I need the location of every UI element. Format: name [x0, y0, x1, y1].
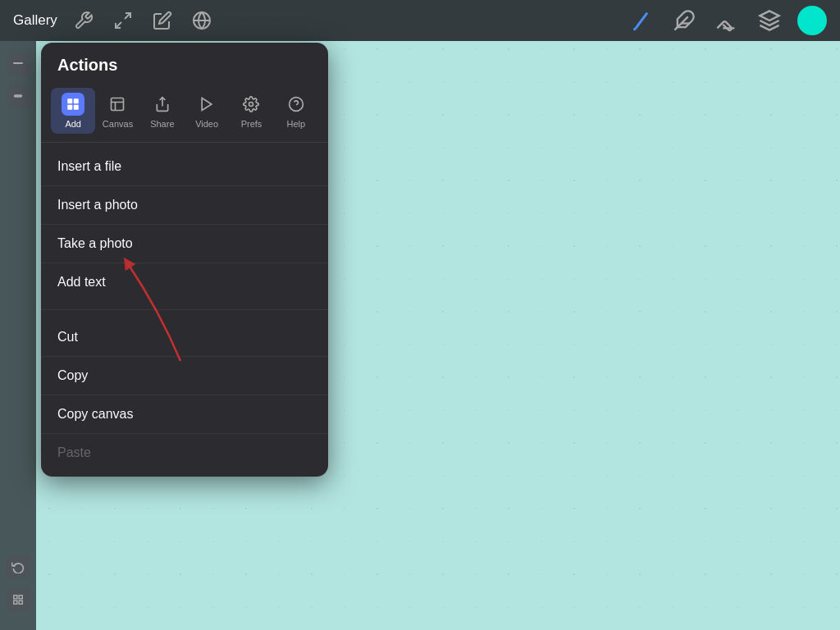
eraser-tool-icon[interactable] [712, 6, 742, 35]
svg-line-0 [125, 13, 130, 19]
tab-video-label: Video [195, 119, 218, 129]
sidebar-undo[interactable] [6, 555, 30, 579]
svg-rect-17 [67, 105, 72, 110]
share-tab-icon [151, 93, 174, 116]
transform-icon[interactable] [189, 7, 215, 34]
tab-share[interactable]: Share [140, 88, 185, 134]
tab-prefs-label: Prefs [241, 119, 262, 129]
actions-title: Actions [41, 43, 328, 83]
user-avatar[interactable] [797, 6, 827, 35]
svg-rect-10 [14, 94, 23, 98]
tab-canvas[interactable]: Canvas [95, 88, 139, 134]
sidebar-bottom [6, 555, 30, 620]
pencil-tool-icon[interactable] [627, 6, 656, 35]
svg-rect-15 [67, 98, 72, 103]
tab-canvas-label: Canvas [103, 119, 133, 129]
svg-point-22 [249, 103, 253, 107]
left-sidebar [0, 41, 36, 630]
tab-help[interactable]: Help [274, 88, 318, 134]
canvas-tab-icon [106, 93, 129, 116]
menu-cut[interactable]: Cut [41, 318, 328, 357]
wrench-icon[interactable] [71, 7, 97, 34]
menu-insert-photo[interactable]: Insert a photo [41, 186, 328, 225]
svg-marker-21 [202, 98, 212, 111]
svg-rect-19 [112, 98, 124, 111]
tab-add[interactable]: Add [51, 88, 95, 134]
svg-rect-16 [74, 98, 79, 103]
tab-share-label: Share [150, 119, 174, 129]
svg-rect-12 [19, 596, 22, 599]
menu-insert-file[interactable]: Insert a file [41, 148, 328, 186]
sidebar-grid[interactable] [6, 587, 30, 612]
svg-rect-14 [14, 600, 17, 604]
menu-copy[interactable]: Copy [41, 357, 328, 395]
help-tab-icon [285, 93, 308, 116]
modify-icon[interactable] [110, 7, 136, 34]
svg-rect-18 [74, 105, 79, 110]
svg-line-4 [636, 13, 647, 29]
svg-marker-8 [760, 11, 778, 21]
gallery-button[interactable]: Gallery [13, 12, 57, 29]
menu-copy-canvas[interactable]: Copy canvas [41, 395, 328, 434]
menu-add-text[interactable]: Add text [41, 263, 328, 301]
toolbar-right [627, 6, 827, 35]
svg-line-5 [634, 28, 636, 30]
svg-line-1 [116, 22, 121, 28]
svg-rect-9 [13, 62, 23, 64]
menu-take-photo[interactable]: Take a photo [41, 225, 328, 263]
menu-section-clipboard: Cut Copy Copy canvas Paste [41, 313, 328, 477]
prefs-tab-icon [240, 93, 262, 116]
tab-help-label: Help [286, 119, 305, 129]
tab-add-label: Add [65, 119, 81, 129]
smudge-tool-icon[interactable] [669, 6, 699, 35]
menu-divider [41, 309, 328, 310]
video-tab-icon [195, 93, 218, 116]
svg-rect-13 [19, 600, 22, 604]
top-toolbar: Gallery [0, 0, 840, 41]
actions-popup: Actions Add Ca [41, 43, 328, 477]
sidebar-brush-size[interactable] [6, 51, 30, 75]
tab-prefs[interactable]: Prefs [229, 88, 273, 134]
sidebar-opacity[interactable] [6, 84, 30, 108]
menu-section-insert: Insert a file Insert a photo Take a phot… [41, 143, 328, 306]
actions-tabs: Add Canvas Share [41, 83, 328, 143]
selection-icon[interactable] [149, 7, 176, 34]
layers-tool-icon[interactable] [755, 6, 784, 35]
add-tab-icon [62, 93, 84, 116]
svg-rect-11 [14, 596, 17, 599]
menu-paste: Paste [41, 434, 328, 472]
tab-video[interactable]: Video [185, 88, 229, 134]
toolbar-left: Gallery [13, 7, 215, 34]
